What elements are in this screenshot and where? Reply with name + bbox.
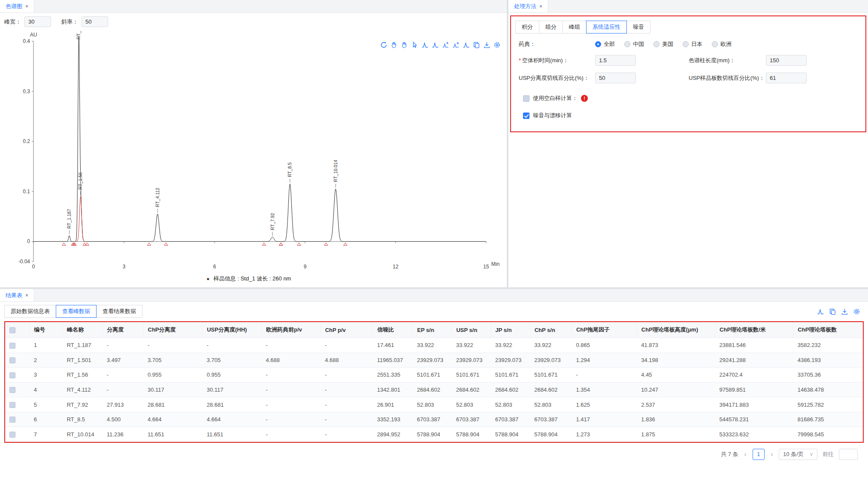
results-subtab[interactable]: 原始数据信息表: [4, 305, 56, 318]
copy-icon[interactable]: [473, 41, 480, 49]
method-subtab[interactable]: 积分: [515, 21, 539, 33]
table-row[interactable]: 1RT_1.187-----17.46133.92233.92233.92233…: [5, 338, 863, 353]
results-subtabs-row: 原始数据信息表查看峰数据查看结果数据: [0, 302, 868, 318]
table-row[interactable]: 3RT_1.56-0.9550.955--2551.3355101.671510…: [5, 368, 863, 383]
svg-text:RT_4.112: RT_4.112: [155, 188, 160, 207]
grab-icon[interactable]: [401, 41, 408, 49]
column-header: JP s/n: [491, 322, 530, 338]
column-header: 欧洲药典前p/v: [261, 322, 321, 338]
column-header: ChP分离度: [143, 322, 203, 338]
method-subtab[interactable]: 系统适应性: [586, 21, 627, 33]
method-subtab[interactable]: 峰组: [563, 21, 587, 33]
prev-page-icon[interactable]: ‹: [744, 451, 747, 458]
tab-results-title: 结果表: [6, 292, 22, 299]
cell: 5788.904: [530, 427, 572, 442]
row-checkbox[interactable]: [9, 372, 15, 378]
settings-icon[interactable]: [853, 308, 860, 315]
pharmacopoeia-option[interactable]: 美国: [653, 40, 673, 48]
results-subtab[interactable]: 查看峰数据: [56, 305, 97, 318]
usp-plate-input[interactable]: [766, 73, 807, 83]
cell: 394171.883: [715, 397, 793, 412]
method-subtab[interactable]: 噪音: [626, 21, 650, 33]
void-time-input[interactable]: [595, 55, 636, 66]
next-page-icon[interactable]: ›: [770, 451, 774, 458]
cell: 4.688: [261, 353, 321, 368]
cell: 59125.782: [793, 397, 863, 412]
tab-results[interactable]: 结果表 ×: [0, 289, 34, 301]
close-tab-icon[interactable]: ×: [539, 3, 542, 9]
svg-text:-0.04: -0.04: [18, 259, 30, 265]
row-checkbox[interactable]: [9, 357, 15, 363]
tab-method[interactable]: 处理方法 ×: [508, 0, 548, 12]
radio-label: 全部: [604, 40, 615, 48]
settings-icon[interactable]: [493, 41, 501, 49]
chromatogram-tabbar: 色谱图 ×: [0, 0, 507, 13]
column-header: ChP s/n: [530, 322, 572, 338]
cell: -: [321, 382, 373, 397]
svg-text:RT_1.501: RT_1.501: [76, 30, 81, 40]
cell: 3: [30, 368, 63, 383]
peak-remove-label-icon[interactable]: [452, 41, 460, 49]
results-subtab[interactable]: 查看结果数据: [96, 305, 142, 318]
goto-page-input[interactable]: [839, 449, 858, 460]
column-length-input[interactable]: [766, 55, 807, 66]
cell: -: [321, 368, 373, 383]
table-row[interactable]: 6RT_8.54.5004.6644.664--3352.1936703.387…: [5, 412, 863, 427]
download-icon[interactable]: [483, 41, 490, 49]
pharmacopoeia-option[interactable]: 中国: [624, 40, 644, 48]
svg-text:RT_1.56: RT_1.56: [78, 172, 83, 189]
baseline-correct-icon[interactable]: [463, 41, 470, 49]
cell: -: [321, 427, 373, 442]
select-all-checkbox[interactable]: [9, 327, 15, 333]
cell: 5101.671: [452, 368, 491, 383]
pharmacopoeia-option[interactable]: 欧洲: [712, 40, 732, 48]
peak-width-input[interactable]: [24, 16, 51, 27]
noise-drift-checkbox[interactable]: [523, 113, 529, 119]
radio-icon: [624, 41, 630, 47]
method-panel: 处理方法 × 积分组分峰组系统适应性噪音 药典： 全部中国美国日本欧洲 *空体积…: [508, 0, 868, 287]
cell: -: [103, 338, 143, 353]
row-checkbox[interactable]: [9, 343, 15, 349]
results-table-annotation-box: 编号峰名称分离度ChP分离度USP分离度(HH)欧洲药典前p/vChP p/v信…: [4, 321, 864, 443]
close-tab-icon[interactable]: ×: [25, 3, 28, 9]
page-size-value: 10 条/页: [783, 451, 804, 458]
current-page-button[interactable]: 1: [753, 449, 765, 460]
blank-calc-checkbox[interactable]: [523, 95, 529, 102]
cell: 97589.851: [715, 382, 793, 397]
cell: 33.922: [413, 338, 452, 353]
slope-input[interactable]: [82, 16, 108, 27]
cell: 1: [30, 338, 63, 353]
column-header: USP s/n: [452, 322, 491, 338]
tab-chromatogram[interactable]: 色谱图 ×: [0, 0, 34, 12]
copy-icon[interactable]: [829, 308, 836, 315]
peak-add-label-icon[interactable]: [442, 41, 449, 49]
reset-zoom-icon[interactable]: [380, 41, 387, 49]
page-size-select[interactable]: 10 条/页 ∨: [779, 449, 817, 460]
table-row[interactable]: 7RT_10.01411.23611.65111.651--2894.95257…: [5, 427, 863, 442]
download-icon[interactable]: [841, 308, 848, 315]
cell: 5: [30, 397, 63, 412]
method-subtab[interactable]: 组分: [539, 21, 563, 33]
pharmacopoeia-option[interactable]: 全部: [595, 40, 615, 48]
column-header: ChP p/v: [321, 322, 373, 338]
pan-icon[interactable]: [390, 41, 398, 49]
peak-curve-icon[interactable]: [817, 308, 824, 315]
row-checkbox[interactable]: [9, 402, 15, 408]
column-header: ChP理论塔板高度(μm): [637, 322, 715, 338]
cell: 3.705: [203, 353, 262, 368]
table-row[interactable]: 2RT_1.5013.4973.7053.7054.6884.68811965.…: [5, 353, 863, 368]
row-checkbox[interactable]: [9, 417, 15, 423]
pharmacopoeia-option[interactable]: 日本: [683, 40, 702, 48]
peak-curve-icon[interactable]: [421, 41, 429, 49]
hand-pointer-icon[interactable]: [411, 41, 418, 49]
row-checkbox[interactable]: [9, 432, 15, 438]
svg-text:RT_10.014: RT_10.014: [333, 160, 338, 182]
peak-curve-alt-icon[interactable]: [432, 41, 439, 49]
pharmacopoeia-row: 药典： 全部中国美国日本欧洲: [515, 40, 861, 48]
table-row[interactable]: 5RT_7.9227.91328.68128.681--26.90152.803…: [5, 397, 863, 412]
close-tab-icon[interactable]: ×: [25, 292, 28, 298]
table-row[interactable]: 4RT_4.112-30.11730.117--1342.8012684.602…: [5, 382, 863, 397]
row-checkbox[interactable]: [9, 387, 15, 393]
usp-resolution-input[interactable]: [595, 73, 636, 83]
chromatogram-chart[interactable]: -0.0400.10.20.30.403691215MinAURT_1.187R…: [3, 30, 501, 274]
